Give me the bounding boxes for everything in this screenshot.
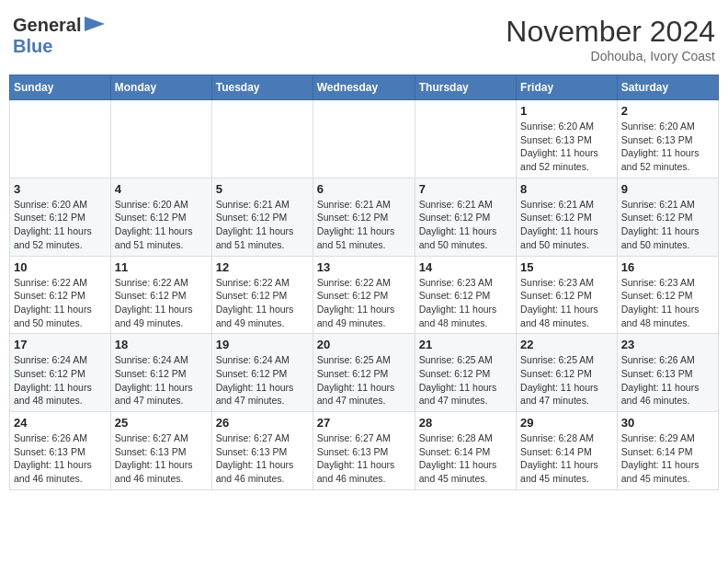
day-info: Sunrise: 6:24 AMSunset: 6:12 PMDaylight:… — [115, 353, 208, 408]
day-info: Sunrise: 6:22 AMSunset: 6:12 PMDaylight:… — [14, 276, 107, 330]
day-number: 26 — [216, 416, 309, 430]
day-info: Sunrise: 6:25 AMSunset: 6:12 PMDaylight:… — [317, 353, 411, 408]
day-cell-18: 18Sunrise: 6:24 AMSunset: 6:12 PMDayligh… — [110, 334, 211, 412]
svg-marker-0 — [85, 17, 105, 31]
day-number: 11 — [115, 260, 208, 274]
empty-cell — [110, 100, 211, 178]
week-row-1: 1Sunrise: 6:20 AMSunset: 6:13 PMDaylight… — [10, 100, 719, 178]
day-info: Sunrise: 6:24 AMSunset: 6:12 PMDaylight:… — [14, 353, 107, 408]
day-info: Sunrise: 6:21 AMSunset: 6:12 PMDaylight:… — [520, 198, 613, 252]
day-number: 25 — [115, 416, 208, 430]
day-cell-15: 15Sunrise: 6:23 AMSunset: 6:12 PMDayligh… — [517, 256, 618, 334]
day-number: 3 — [14, 182, 107, 196]
day-number: 27 — [317, 416, 411, 430]
day-info: Sunrise: 6:21 AMSunset: 6:12 PMDaylight:… — [317, 198, 411, 252]
week-row-4: 17Sunrise: 6:24 AMSunset: 6:12 PMDayligh… — [10, 334, 719, 412]
week-row-3: 10Sunrise: 6:22 AMSunset: 6:12 PMDayligh… — [10, 256, 719, 334]
page-header: General Blue November 2024 Dohouba, Ivor… — [9, 9, 719, 69]
day-number: 23 — [621, 338, 714, 351]
day-info: Sunrise: 6:27 AMSunset: 6:13 PMDaylight:… — [115, 431, 208, 486]
day-info: Sunrise: 6:28 AMSunset: 6:14 PMDaylight:… — [520, 431, 613, 486]
weekday-wednesday: Wednesday — [313, 75, 415, 100]
empty-cell — [313, 100, 415, 178]
weekday-tuesday: Tuesday — [211, 75, 313, 100]
day-number: 1 — [520, 104, 613, 118]
day-info: Sunrise: 6:21 AMSunset: 6:12 PMDaylight:… — [419, 198, 512, 252]
day-info: Sunrise: 6:21 AMSunset: 6:12 PMDaylight:… — [621, 198, 714, 252]
day-info: Sunrise: 6:27 AMSunset: 6:13 PMDaylight:… — [317, 431, 411, 486]
day-number: 13 — [317, 260, 411, 274]
day-cell-17: 17Sunrise: 6:24 AMSunset: 6:12 PMDayligh… — [10, 334, 111, 412]
day-info: Sunrise: 6:22 AMSunset: 6:12 PMDaylight:… — [317, 276, 411, 330]
day-cell-28: 28Sunrise: 6:28 AMSunset: 6:14 PMDayligh… — [415, 412, 516, 490]
day-info: Sunrise: 6:25 AMSunset: 6:12 PMDaylight:… — [419, 353, 512, 408]
day-info: Sunrise: 6:20 AMSunset: 6:13 PMDaylight:… — [520, 120, 613, 174]
day-number: 18 — [115, 338, 208, 351]
day-info: Sunrise: 6:22 AMSunset: 6:12 PMDaylight:… — [216, 276, 309, 330]
day-cell-25: 25Sunrise: 6:27 AMSunset: 6:13 PMDayligh… — [110, 412, 211, 490]
day-number: 14 — [419, 260, 512, 274]
day-info: Sunrise: 6:27 AMSunset: 6:13 PMDaylight:… — [216, 431, 309, 486]
day-info: Sunrise: 6:21 AMSunset: 6:12 PMDaylight:… — [216, 198, 309, 252]
day-number: 20 — [317, 338, 411, 351]
month-title: November 2024 — [506, 15, 715, 49]
day-cell-10: 10Sunrise: 6:22 AMSunset: 6:12 PMDayligh… — [10, 256, 111, 334]
day-number: 22 — [520, 338, 613, 351]
day-cell-30: 30Sunrise: 6:29 AMSunset: 6:14 PMDayligh… — [617, 412, 718, 490]
weekday-header-row: SundayMondayTuesdayWednesdayThursdayFrid… — [10, 75, 719, 100]
day-info: Sunrise: 6:22 AMSunset: 6:12 PMDaylight:… — [115, 276, 208, 330]
day-number: 17 — [14, 338, 107, 351]
logo: General Blue — [13, 15, 105, 57]
day-cell-6: 6Sunrise: 6:21 AMSunset: 6:12 PMDaylight… — [313, 178, 415, 256]
day-cell-14: 14Sunrise: 6:23 AMSunset: 6:12 PMDayligh… — [415, 256, 516, 334]
day-number: 4 — [115, 182, 208, 196]
week-row-2: 3Sunrise: 6:20 AMSunset: 6:12 PMDaylight… — [10, 178, 719, 256]
day-cell-26: 26Sunrise: 6:27 AMSunset: 6:13 PMDayligh… — [211, 412, 313, 490]
day-cell-8: 8Sunrise: 6:21 AMSunset: 6:12 PMDaylight… — [517, 178, 618, 256]
day-number: 8 — [520, 182, 613, 196]
day-number: 2 — [621, 104, 714, 118]
day-number: 6 — [317, 182, 411, 196]
weekday-thursday: Thursday — [415, 75, 516, 100]
day-number: 12 — [216, 260, 309, 274]
day-info: Sunrise: 6:28 AMSunset: 6:14 PMDaylight:… — [419, 431, 512, 486]
weekday-saturday: Saturday — [617, 75, 718, 100]
day-cell-23: 23Sunrise: 6:26 AMSunset: 6:13 PMDayligh… — [617, 334, 718, 412]
day-cell-22: 22Sunrise: 6:25 AMSunset: 6:12 PMDayligh… — [517, 334, 618, 412]
day-cell-21: 21Sunrise: 6:25 AMSunset: 6:12 PMDayligh… — [415, 334, 516, 412]
day-info: Sunrise: 6:26 AMSunset: 6:13 PMDaylight:… — [14, 431, 107, 486]
day-cell-3: 3Sunrise: 6:20 AMSunset: 6:12 PMDaylight… — [10, 178, 111, 256]
day-number: 10 — [14, 260, 107, 274]
day-cell-11: 11Sunrise: 6:22 AMSunset: 6:12 PMDayligh… — [110, 256, 211, 334]
day-cell-24: 24Sunrise: 6:26 AMSunset: 6:13 PMDayligh… — [10, 412, 111, 490]
logo-blue-text: Blue — [13, 36, 52, 56]
empty-cell — [10, 100, 111, 178]
day-info: Sunrise: 6:23 AMSunset: 6:12 PMDaylight:… — [419, 276, 512, 330]
calendar-table: SundayMondayTuesdayWednesdayThursdayFrid… — [9, 75, 719, 490]
day-cell-16: 16Sunrise: 6:23 AMSunset: 6:12 PMDayligh… — [617, 256, 718, 334]
day-cell-29: 29Sunrise: 6:28 AMSunset: 6:14 PMDayligh… — [517, 412, 618, 490]
day-cell-5: 5Sunrise: 6:21 AMSunset: 6:12 PMDaylight… — [211, 178, 313, 256]
day-number: 5 — [216, 182, 309, 196]
day-info: Sunrise: 6:25 AMSunset: 6:12 PMDaylight:… — [520, 353, 613, 408]
weekday-friday: Friday — [517, 75, 618, 100]
day-info: Sunrise: 6:20 AMSunset: 6:12 PMDaylight:… — [14, 198, 107, 252]
logo-flag-icon — [85, 17, 105, 31]
day-info: Sunrise: 6:23 AMSunset: 6:12 PMDaylight:… — [520, 276, 613, 330]
day-number: 16 — [621, 260, 714, 274]
weekday-monday: Monday — [110, 75, 211, 100]
day-info: Sunrise: 6:23 AMSunset: 6:12 PMDaylight:… — [621, 276, 714, 330]
day-number: 9 — [621, 182, 714, 196]
day-info: Sunrise: 6:20 AMSunset: 6:13 PMDaylight:… — [621, 120, 714, 174]
location: Dohouba, Ivory Coast — [506, 49, 715, 63]
logo-general-text: General — [13, 15, 81, 36]
day-number: 7 — [419, 182, 512, 196]
day-number: 15 — [520, 260, 613, 274]
day-info: Sunrise: 6:20 AMSunset: 6:12 PMDaylight:… — [115, 198, 208, 252]
day-cell-4: 4Sunrise: 6:20 AMSunset: 6:12 PMDaylight… — [110, 178, 211, 256]
day-number: 30 — [621, 416, 714, 430]
day-cell-13: 13Sunrise: 6:22 AMSunset: 6:12 PMDayligh… — [313, 256, 415, 334]
day-number: 21 — [419, 338, 512, 351]
day-number: 19 — [216, 338, 309, 351]
day-cell-9: 9Sunrise: 6:21 AMSunset: 6:12 PMDaylight… — [617, 178, 718, 256]
